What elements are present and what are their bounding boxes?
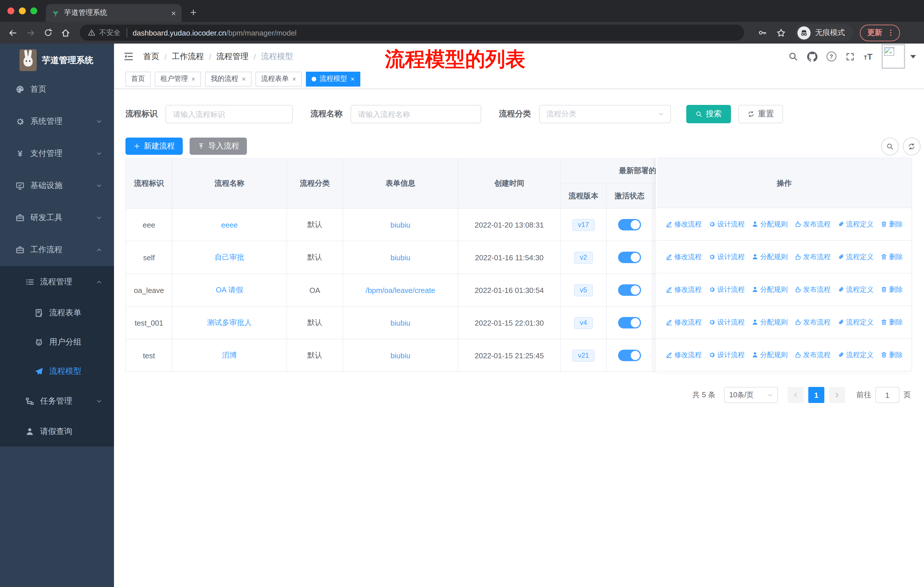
design-process-link[interactable]: 设计流程	[709, 284, 745, 294]
sidebar-fold-icon[interactable]	[123, 51, 134, 62]
window-zoom-button[interactable]	[30, 7, 37, 14]
security-label[interactable]: 不安全	[99, 28, 120, 38]
delete-link[interactable]: 删除	[881, 252, 903, 262]
sidebar-item-task-manage[interactable]: 任务管理	[0, 386, 114, 416]
design-process-link[interactable]: 设计流程	[709, 317, 745, 327]
active-toggle[interactable]	[618, 350, 641, 361]
sidebar-item-process-manage[interactable]: 流程管理	[0, 266, 114, 298]
delete-link[interactable]: 删除	[881, 219, 903, 229]
sidebar-item-devtools[interactable]: 研发工具	[0, 202, 114, 234]
forward-icon[interactable]	[26, 28, 36, 38]
assign-rule-link[interactable]: 分配规则	[752, 350, 788, 360]
process-definition-link[interactable]: 流程定义	[838, 252, 874, 262]
edit-process-link[interactable]: 修改流程	[666, 219, 702, 229]
form-info-link[interactable]: biubiu	[343, 209, 458, 241]
tag-tenant[interactable]: 租户管理×	[155, 71, 201, 86]
help-icon[interactable]: ?	[826, 51, 836, 61]
tag-close-icon[interactable]: ×	[191, 75, 195, 83]
edit-process-link[interactable]: 修改流程	[666, 252, 702, 262]
active-toggle[interactable]	[618, 219, 641, 230]
browser-menu-icon[interactable]	[887, 29, 895, 37]
back-icon[interactable]	[8, 28, 18, 38]
sidebar-item-leave-query[interactable]: 请假查询	[0, 416, 114, 446]
form-info-link[interactable]: /bpm/oa/leave/create	[343, 274, 458, 307]
page-size-select[interactable]: 10条/页	[724, 387, 778, 403]
search-button[interactable]: 搜索	[686, 105, 731, 123]
tag-close-icon[interactable]: ×	[351, 75, 355, 83]
reload-icon[interactable]	[43, 28, 53, 37]
sidebar-item-pay[interactable]: ¥ 支付管理	[0, 137, 114, 170]
form-info-link[interactable]: biubiu	[343, 339, 458, 372]
avatar-dropdown-caret[interactable]	[910, 55, 916, 58]
assign-rule-link[interactable]: 分配规则	[752, 219, 788, 229]
page-number-active[interactable]: 1	[808, 387, 824, 403]
sidebar-header[interactable]: 芋道管理系统	[0, 47, 114, 73]
window-close-button[interactable]	[7, 7, 14, 14]
process-definition-link[interactable]: 流程定义	[838, 219, 874, 229]
breadcrumb-process-manage[interactable]: 流程管理	[216, 51, 249, 62]
process-definition-link[interactable]: 流程定义	[838, 317, 874, 327]
new-tab-button[interactable]: +	[190, 4, 196, 21]
publish-process-link[interactable]: 发布流程	[795, 317, 831, 327]
delete-link[interactable]: 删除	[881, 284, 903, 294]
process-name-input[interactable]	[351, 105, 481, 123]
create-process-button[interactable]: 新建流程	[125, 137, 183, 155]
version-badge[interactable]: v5	[574, 284, 592, 296]
import-process-button[interactable]: 导入流程	[190, 137, 247, 155]
edit-process-link[interactable]: 修改流程	[666, 317, 702, 327]
tag-process-model[interactable]: 流程模型×	[306, 71, 360, 86]
design-process-link[interactable]: 设计流程	[709, 219, 745, 229]
github-icon[interactable]	[807, 51, 817, 62]
process-key-input[interactable]	[165, 105, 293, 123]
tag-process-form[interactable]: 流程表单×	[256, 71, 302, 86]
breadcrumb-workflow[interactable]: 工作流程	[172, 51, 204, 62]
goto-page-input[interactable]	[875, 387, 899, 403]
user-avatar[interactable]	[882, 44, 905, 69]
font-size-icon[interactable]: TT	[864, 51, 873, 62]
version-badge[interactable]: v21	[572, 349, 595, 361]
form-info-link[interactable]: biubiu	[343, 307, 458, 339]
active-toggle[interactable]	[618, 317, 641, 329]
assign-rule-link[interactable]: 分配规则	[752, 284, 788, 294]
update-button[interactable]: 更新	[860, 24, 900, 41]
password-key-icon[interactable]	[758, 28, 767, 37]
process-name-link[interactable]: 自己审批	[172, 241, 287, 274]
publish-process-link[interactable]: 发布流程	[795, 350, 831, 360]
search-icon[interactable]	[788, 51, 798, 61]
delete-link[interactable]: 删除	[881, 350, 903, 360]
home-icon[interactable]	[61, 28, 71, 38]
browser-tab[interactable]: 芋道管理系统 ×	[46, 4, 182, 22]
edit-process-link[interactable]: 修改流程	[666, 284, 702, 294]
reset-button[interactable]: 重置	[738, 105, 783, 123]
process-name-link[interactable]: eeee	[172, 209, 287, 241]
next-page-button[interactable]	[829, 387, 845, 403]
window-minimize-button[interactable]	[19, 7, 26, 14]
active-toggle[interactable]	[618, 284, 641, 296]
version-badge[interactable]: v4	[574, 317, 592, 329]
sidebar-item-home[interactable]: 首页	[0, 73, 114, 106]
tag-my-process[interactable]: 我的流程×	[205, 71, 251, 86]
sidebar-item-process-form[interactable]: 流程表单	[0, 298, 114, 327]
breadcrumb-home[interactable]: 首页	[143, 51, 159, 62]
prev-page-button[interactable]	[788, 387, 804, 403]
assign-rule-link[interactable]: 分配规则	[752, 252, 788, 262]
edit-process-link[interactable]: 修改流程	[666, 350, 702, 360]
bookmark-star-icon[interactable]	[776, 28, 786, 38]
process-name-link[interactable]: 测试多审批人	[172, 307, 287, 339]
tag-close-icon[interactable]: ×	[242, 75, 246, 83]
tab-close-icon[interactable]: ×	[171, 8, 176, 18]
tag-home[interactable]: 首页	[125, 71, 151, 86]
publish-process-link[interactable]: 发布流程	[795, 252, 831, 262]
version-badge[interactable]: v17	[572, 219, 595, 231]
url-bar[interactable]: 不安全 dashboard.yudao.iocoder.cn /bpm/mana…	[80, 25, 744, 41]
sidebar-item-user-group[interactable]: 用户分组	[0, 327, 114, 357]
publish-process-link[interactable]: 发布流程	[795, 284, 831, 294]
publish-process-link[interactable]: 发布流程	[795, 219, 831, 229]
process-name-link[interactable]: 滔博	[172, 339, 287, 372]
sidebar-item-workflow[interactable]: 工作流程	[0, 234, 114, 266]
sidebar-item-system[interactable]: 系统管理	[0, 106, 114, 137]
process-category-select[interactable]: 流程分类	[539, 105, 671, 123]
design-process-link[interactable]: 设计流程	[709, 350, 745, 360]
active-toggle[interactable]	[618, 251, 641, 263]
fullscreen-icon[interactable]	[845, 52, 855, 61]
